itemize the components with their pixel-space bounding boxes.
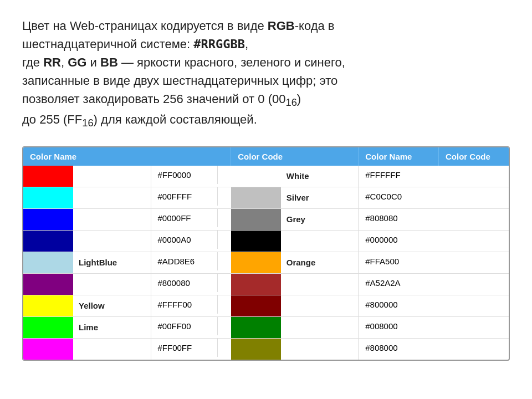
color-name-label: DarkBlue: [73, 231, 151, 252]
table-row: Yellow#FFFF00Maroon#800000: [23, 295, 509, 316]
color-name-label: Maroon: [281, 295, 359, 316]
color-code-right-8: #808000: [359, 339, 425, 357]
color-table: Color Name Color Code Color Name Color C…: [23, 147, 509, 360]
table-row: DarkBlue#0000A0Black#000000: [23, 230, 509, 252]
color-name-label: Black: [281, 231, 359, 252]
color-code-left-5: #800080: [151, 274, 218, 292]
color-cell-left-8: Fuchsia: [23, 338, 151, 360]
color-name-label: LightBlue: [73, 252, 151, 273]
color-code-left-1: #00FFFF: [151, 187, 218, 206]
color-swatch: [23, 252, 73, 273]
color-name-label: Purple: [73, 274, 151, 295]
color-code-right-2: #808080: [359, 209, 425, 227]
color-name-label: Blue: [73, 209, 151, 230]
table-row: LightBlue#ADD8E6Orange#FFA500: [23, 252, 509, 273]
header-color-code-2: Color Code: [438, 147, 509, 166]
color-name-label: Brown: [281, 274, 359, 295]
table-row: Red#FF0000White#FFFFFF: [23, 166, 509, 187]
color-name-label: Red: [73, 166, 151, 187]
color-cell-left-4: LightBlue: [23, 252, 151, 273]
table-row: Lime#00FF00Green#008000: [23, 316, 509, 338]
color-name-label: Yellow: [73, 295, 151, 316]
color-cell-right-8: Olive: [231, 338, 359, 360]
color-cell-right-5: Brown: [231, 273, 359, 295]
color-code-left-6: #FFFF00: [151, 295, 218, 314]
color-swatch: [23, 274, 73, 295]
color-cell-left-7: Lime: [23, 316, 151, 338]
color-cell-right-1: Silver: [231, 187, 359, 208]
color-name-label: Lime: [73, 317, 151, 338]
table-header-row: Color Name Color Code Color Name Color C…: [23, 147, 509, 166]
color-swatch: [23, 231, 73, 252]
color-code-left-8: #FF00FF: [151, 339, 218, 357]
color-swatch: [231, 209, 281, 230]
color-swatch: [231, 339, 281, 360]
color-cell-right-3: Black: [231, 230, 359, 252]
color-swatch: [231, 274, 281, 295]
color-cell-right-0: White: [231, 166, 359, 187]
color-cell-left-5: Purple: [23, 273, 151, 295]
color-code-right-3: #000000: [359, 231, 425, 249]
color-cell-right-6: Maroon: [231, 295, 359, 316]
header-color-code-1: Color Code: [231, 147, 359, 166]
color-swatch: [231, 231, 281, 252]
color-name-label: Cyan: [73, 187, 151, 208]
color-swatch: [23, 209, 73, 230]
color-cell-left-0: Red: [23, 166, 151, 187]
color-code-left-2: #0000FF: [151, 209, 218, 227]
color-code-right-1: #C0C0C0: [359, 187, 425, 206]
color-code-left-7: #00FF00: [151, 317, 218, 335]
color-name-label: Green: [281, 317, 359, 338]
color-code-right-4: #FFA500: [359, 252, 425, 270]
color-swatch: [23, 187, 73, 208]
color-code-right-0: #FFFFFF: [359, 166, 425, 184]
table-row: Fuchsia#FF00FFOlive#808000: [23, 338, 509, 360]
color-swatch: [231, 166, 281, 187]
color-code-right-7: #008000: [359, 317, 425, 335]
header-color-name-2: Color Name: [359, 147, 439, 166]
color-swatch: [23, 339, 73, 360]
color-swatch: [23, 317, 73, 338]
color-code-left-3: #0000A0: [151, 231, 218, 249]
table-row: Purple#800080Brown#A52A2A: [23, 273, 509, 295]
color-swatch: [23, 166, 73, 187]
color-code-left-0: #FF0000: [151, 166, 218, 184]
header-color-name-1: Color Name: [23, 147, 231, 166]
color-code-left-4: #ADD8E6: [151, 252, 218, 270]
intro-line1: Цвет на Web-страницах кодируется в виде …: [22, 19, 345, 126]
color-cell-left-2: Blue: [23, 208, 151, 230]
color-name-label: Fuchsia: [73, 339, 151, 360]
table-row: Cyan#00FFFFSilver#C0C0C0: [23, 187, 509, 208]
color-cell-right-2: Grey: [231, 208, 359, 230]
color-table-wrapper: Color Name Color Code Color Name Color C…: [22, 146, 510, 361]
color-name-label: Grey: [281, 209, 359, 230]
color-name-label: White: [281, 166, 359, 187]
color-code-right-6: #800000: [359, 295, 425, 314]
color-swatch: [231, 295, 281, 316]
intro-paragraph: Цвет на Web-страницах кодируется в виде …: [22, 17, 510, 131]
table-row: Blue#0000FFGrey#808080: [23, 208, 509, 230]
color-cell-right-7: Green: [231, 316, 359, 338]
color-cell-left-1: Cyan: [23, 187, 151, 208]
color-cell-left-3: DarkBlue: [23, 230, 151, 252]
color-cell-left-6: Yellow: [23, 295, 151, 316]
color-swatch: [231, 252, 281, 273]
color-swatch: [23, 295, 73, 316]
color-swatch: [231, 317, 281, 338]
color-code-right-5: #A52A2A: [359, 274, 425, 292]
color-name-label: Orange: [281, 252, 359, 273]
color-swatch: [231, 187, 281, 208]
color-cell-right-4: Orange: [231, 252, 359, 273]
color-name-label: Olive: [281, 339, 359, 360]
color-name-label: Silver: [281, 187, 359, 208]
